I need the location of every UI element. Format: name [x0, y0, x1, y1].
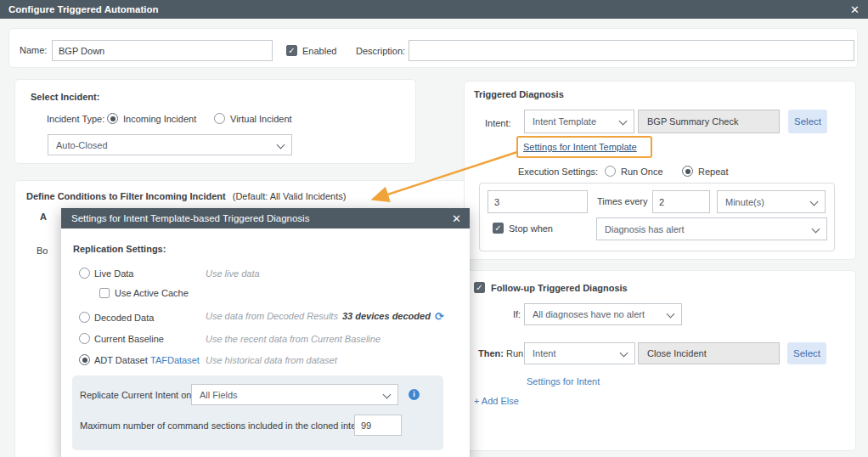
interval-unit-value: Minute(s): [725, 197, 764, 207]
taf-dataset-link[interactable]: TAFDataset: [150, 355, 200, 366]
repeat-label: Repeat: [698, 166, 728, 178]
if-label: If:: [513, 309, 521, 320]
intent-type-value: Intent Template: [533, 116, 596, 127]
chevron-down-icon: [620, 350, 627, 357]
incident-status-dropdown[interactable]: Auto-Closed: [48, 134, 292, 155]
configure-triggered-automation-dialog: Configure Triggered Automation ✕ Name: ✓…: [0, 0, 868, 457]
run-once-radio[interactable]: [605, 166, 616, 177]
settings-for-intent-link[interactable]: Settings for Intent: [527, 376, 600, 387]
then-type-value: Intent: [533, 348, 556, 358]
replicate-fields-dropdown[interactable]: All Fields: [191, 384, 398, 405]
current-baseline-radio[interactable]: [79, 333, 90, 344]
adt-dataset-hint: Use historical data from dataset: [206, 355, 337, 366]
repeat-radio[interactable]: [682, 166, 693, 177]
stop-when-label: Stop when: [509, 223, 553, 234]
live-data-label: Live Data: [94, 268, 133, 279]
incoming-incident-radio[interactable]: [107, 113, 118, 124]
if-condition-dropdown[interactable]: All diagnoses have no alert: [524, 303, 682, 325]
repeat-interval-input[interactable]: [652, 190, 710, 213]
dialog-close-icon[interactable]: ✕: [850, 0, 860, 19]
use-active-cache-label: Use Active Cache: [115, 288, 189, 299]
chevron-down-icon: [810, 199, 817, 206]
define-conditions-title-row: Define Conditions to Filter Incoming Inc…: [26, 191, 346, 202]
intent-name-field: BGP Summary Check: [638, 110, 780, 133]
name-label: Name:: [20, 45, 47, 56]
intent-select-label: Select: [794, 116, 821, 127]
then-intent-value: Close Incident: [647, 348, 707, 358]
live-data-radio[interactable]: [79, 268, 90, 279]
intent-name-value: BGP Summary Check: [647, 116, 738, 127]
obscured-condition-label: Bo: [37, 245, 48, 257]
max-sections-input[interactable]: [354, 415, 402, 436]
define-conditions-subtitle: (Default: All Valid Incidents): [233, 191, 347, 201]
then-select-button[interactable]: Select: [787, 342, 826, 364]
repeat-times-input[interactable]: [488, 190, 588, 213]
dialog-titlebar: Configure Triggered Automation ✕: [0, 0, 868, 19]
info-icon[interactable]: i: [409, 389, 420, 400]
intent-template-settings-popup: Settings for Intent Template-based Trigg…: [61, 208, 470, 457]
chevron-down-icon: [383, 392, 390, 398]
max-sections-label: Maximum number of command sections inclu…: [80, 420, 367, 432]
run-once-label: Run Once: [621, 166, 663, 178]
incident-type-label: Incident Type:: [47, 114, 104, 125]
name-input[interactable]: [52, 40, 273, 61]
decoded-data-radio[interactable]: [79, 312, 90, 323]
stop-condition-value: Diagnosis has alert: [605, 224, 685, 234]
then-select-label: Select: [793, 348, 820, 358]
interval-unit-dropdown[interactable]: Minute(s): [717, 190, 826, 213]
followup-title: Follow-up Triggered Diagnosis: [491, 283, 628, 294]
replicate-intent-label: Replicate Current Intent on:: [80, 390, 194, 401]
chevron-down-icon: [812, 226, 819, 233]
followup-checkbox[interactable]: ✓: [474, 282, 485, 293]
then-run-label: Then: Run: [478, 348, 523, 359]
replicate-fields-value: All Fields: [200, 390, 238, 400]
clone-settings-box: Replicate Current Intent on: All Fields …: [72, 375, 443, 450]
repeat-settings-box: Times every Minute(s) ✓ Stop when Diagno…: [479, 183, 835, 251]
virtual-incident-radio[interactable]: [214, 113, 225, 124]
description-label: Description:: [356, 46, 405, 57]
replication-settings-title: Replication Settings:: [73, 244, 166, 255]
general-settings-card: Name: ✓ Enabled Description:: [8, 28, 858, 68]
chevron-down-icon: [619, 118, 626, 125]
live-data-hint: Use live data: [206, 268, 260, 279]
enabled-checkbox[interactable]: ✓: [286, 45, 297, 56]
then-intent-field: Close Incident: [638, 342, 780, 364]
chevron-down-icon: [667, 311, 674, 318]
virtual-incident-label: Virtual Incident: [230, 114, 292, 125]
incoming-incident-label: Incoming Incident: [123, 114, 196, 125]
dialog-title: Configure Triggered Automation: [8, 4, 159, 14]
refresh-icon[interactable]: ⟳: [435, 312, 444, 321]
stop-when-checkbox[interactable]: ✓: [493, 223, 504, 234]
decoded-data-hint: Use data from Decoded Results: [206, 311, 338, 321]
popup-close-icon[interactable]: ✕: [452, 208, 461, 228]
use-active-cache-checkbox[interactable]: [99, 288, 110, 298]
current-baseline-hint: Use the recent data from Current Baselin…: [206, 334, 380, 345]
settings-for-intent-template-link[interactable]: Settings for Intent Template: [523, 142, 637, 152]
incident-status-value: Auto-Closed: [56, 140, 108, 150]
chevron-down-icon: [277, 142, 284, 149]
check-icon: ✓: [476, 283, 482, 292]
select-incident-card: Select Incident: Incident Type: Incoming…: [14, 79, 416, 164]
followup-diagnosis-card: ✓ Follow-up Triggered Diagnosis If: All …: [464, 270, 856, 451]
intent-type-dropdown[interactable]: Intent Template: [524, 110, 634, 133]
define-conditions-title: Define Conditions to Filter Incoming Inc…: [26, 191, 226, 201]
intent-select-button[interactable]: Select: [788, 110, 827, 133]
add-else-link[interactable]: + Add Else: [474, 396, 519, 407]
if-condition-value: All diagnoses have no alert: [533, 309, 645, 319]
select-incident-title: Select Incident:: [31, 92, 99, 103]
then-type-dropdown[interactable]: Intent: [524, 342, 635, 364]
triggered-diagnosis-card: Triggered Diagnosis Intent: Intent Templ…: [464, 81, 856, 260]
adt-dataset-label: ADT Dataset: [94, 355, 148, 366]
decoded-data-hint-row: Use data from Decoded Results 33 devices…: [206, 311, 444, 321]
triggered-diagnosis-title: Triggered Diagnosis: [474, 89, 564, 100]
then-label: Then:: [478, 348, 504, 358]
popup-titlebar: Settings for Intent Template-based Trigg…: [61, 208, 470, 228]
check-icon: ✓: [494, 223, 501, 233]
adt-dataset-radio[interactable]: [79, 354, 90, 365]
stop-condition-dropdown[interactable]: Diagnosis has alert: [596, 217, 827, 240]
decoded-devices-count: 33 devices decoded: [342, 311, 431, 321]
settings-link-highlight-box: Settings for Intent Template: [516, 136, 652, 158]
description-input[interactable]: [409, 40, 854, 61]
times-every-label: Times every: [597, 196, 648, 207]
execution-settings-label: Execution Settings:: [518, 166, 598, 178]
